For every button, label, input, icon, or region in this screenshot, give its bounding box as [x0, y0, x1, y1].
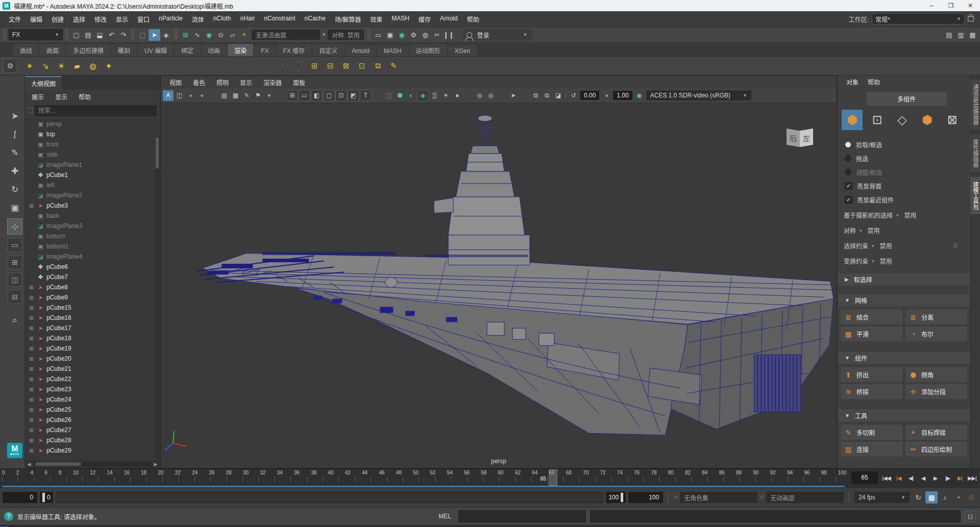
soft-select-section[interactable]: ▶ 软选择 — [838, 272, 970, 286]
constraint-row[interactable]: 选择约束 ▾ 禁用 0 — [844, 241, 965, 250]
chevron-down-icon[interactable]: ▾ — [896, 213, 899, 218]
menu-item[interactable]: nCache — [300, 15, 330, 23]
select-tool[interactable]: ➤ — [8, 108, 22, 123]
scroll-left-icon[interactable]: ◀ — [25, 462, 33, 467]
section-header[interactable]: ▼ 网格 — [838, 293, 970, 307]
ambient-light-icon[interactable]: ✦ — [102, 59, 115, 72]
dock-tab[interactable]: 通道盒/层编辑器 — [970, 80, 980, 130]
radio-icon[interactable] — [845, 155, 851, 162]
2d-pan-zoom-icon[interactable]: ▦ — [230, 90, 241, 101]
outliner-item[interactable]: ⊞ pCube23 — [25, 384, 160, 394]
outliner-item[interactable]: front — [25, 139, 160, 149]
checkbox-row[interactable]: ✓ 亮显最近组件 — [845, 195, 965, 204]
toolkit-menu-item[interactable]: 对象 — [842, 78, 863, 86]
vertex-mode-icon[interactable]: ⊡ — [867, 110, 888, 130]
outliner-item[interactable]: ⊞ pCube29 — [25, 445, 160, 456]
expand-icon[interactable]: ⊞ — [28, 346, 35, 352]
constraint-row[interactable]: 变换约束 ▾ 禁用 — [844, 257, 965, 265]
render-settings-icon[interactable]: ⚙ — [408, 29, 420, 41]
toolkit-button[interactable]: ≣结合 — [841, 310, 902, 324]
layout-single-pane[interactable]: ▭ — [8, 238, 22, 252]
render-view-icon[interactable]: ▭ — [373, 29, 384, 41]
toolkit-menu-item[interactable]: 帮助 — [863, 78, 885, 86]
toolkit-button[interactable]: ≣分离 — [905, 310, 967, 324]
texture-file-icon[interactable]: ⊞ — [308, 59, 321, 72]
grip-handle[interactable] — [131, 29, 135, 40]
magnifier-icon[interactable]: ⌕ — [8, 312, 22, 328]
edge-mode-icon[interactable]: ◇ — [892, 110, 913, 130]
outliner-item[interactable]: bottom1 — [25, 241, 160, 252]
resolution-gate-icon[interactable]: ◧ — [311, 90, 323, 102]
directional-light-icon[interactable]: ⇘ — [39, 59, 52, 72]
collapse-icon[interactable]: ▼ — [845, 413, 850, 418]
workspace-lock-icon[interactable] — [968, 16, 974, 21]
outliner-search-input[interactable] — [35, 105, 157, 116]
surface-shader-white-icon[interactable] — [260, 59, 274, 72]
outliner-item[interactable]: bottom — [25, 231, 160, 241]
layout-outliner-persp[interactable]: ⊟ — [8, 290, 22, 304]
snap-projected-center-icon[interactable]: ⊙ — [215, 29, 227, 41]
exposure-icon[interactable]: ↺ — [568, 90, 579, 101]
outliner-item[interactable]: ⊞ pCube25 — [25, 405, 160, 415]
ipr-render-icon[interactable]: ◉ — [396, 29, 408, 41]
point-light-icon[interactable]: ☀ — [55, 59, 68, 72]
paint-texture-icon[interactable]: ✎ — [387, 59, 400, 72]
grip-handle[interactable] — [174, 29, 178, 40]
hypershade-icon[interactable]: ◍ — [420, 29, 431, 41]
face-mode-icon[interactable]: ⬢ — [917, 110, 938, 130]
ramp-shader-icon[interactable] — [229, 59, 242, 72]
new-scene-icon[interactable]: ▢ — [70, 29, 82, 41]
textured-icon[interactable]: ◐ — [406, 90, 416, 101]
select-camera-icon[interactable]: A — [163, 90, 174, 101]
step-back-key-button[interactable]: |◀ — [893, 472, 904, 484]
shadows-icon[interactable]: ● — [452, 90, 462, 101]
redo-icon[interactable]: ↷ — [117, 29, 129, 41]
menu-item[interactable]: 效果 — [365, 15, 387, 23]
radio-icon[interactable] — [845, 169, 851, 175]
menu-item[interactable]: nParticle — [154, 15, 187, 23]
toolkit-button[interactable]: ◔布尔 — [905, 327, 967, 341]
outliner-item[interactable]: ⊞ pCube21 — [25, 364, 160, 374]
shelf-tab[interactable]: 雕刻 — [111, 44, 137, 56]
toolkit-button[interactable]: ✛添加分段 — [905, 384, 967, 399]
menu-item[interactable]: 文件 — [4, 15, 26, 23]
film-gate-icon[interactable]: ▭ — [299, 90, 310, 102]
outliner-item[interactable]: ⊞ pCube8 — [25, 282, 160, 292]
collapse-icon[interactable]: ▼ — [845, 297, 850, 303]
expand-icon[interactable]: ⊞ — [28, 295, 35, 300]
outliner-item[interactable]: ⊞ pCube20 — [25, 354, 160, 364]
expand-icon[interactable]: ⊞ — [28, 325, 35, 331]
viewport-menu-item[interactable]: 视图 — [164, 78, 187, 87]
menu-item[interactable]: nHair — [236, 15, 260, 23]
grip-handle[interactable] — [367, 29, 371, 40]
bookmark-icon[interactable]: ● — [197, 90, 207, 101]
multi-component-header[interactable]: 多组件 — [866, 92, 947, 106]
outliner-item[interactable]: top — [25, 129, 160, 139]
gate-mask-icon[interactable]: ▢ — [323, 90, 335, 102]
expand-icon[interactable]: ⊞ — [28, 356, 35, 362]
character-set-caret[interactable]: ▽ — [674, 495, 677, 500]
shelf-tab[interactable]: 曲线 — [13, 44, 39, 56]
texture-checker-icon[interactable]: ⊠ — [339, 59, 353, 72]
pick-mode-row[interactable]: 拾取/框选 — [845, 140, 965, 149]
pick-mode-row[interactable]: 拖选 — [845, 154, 965, 163]
collapse-icon[interactable]: ▶ — [845, 277, 849, 282]
active-surface-field[interactable]: 无激活曲面 — [252, 30, 320, 40]
shelf-tab[interactable]: FX 缓存 — [276, 44, 311, 56]
snapshot-icon[interactable]: ◪ — [553, 90, 564, 101]
select-object-icon[interactable]: ➤ — [149, 29, 160, 41]
viewport-canvas[interactable]: 后 左 persp — [161, 103, 837, 468]
animation-end-field[interactable]: 100 — [628, 492, 663, 503]
outliner-menu-item[interactable]: 帮助 — [74, 91, 95, 102]
character-set-dropdown[interactable]: 无角色集 — [680, 492, 757, 503]
lasso-tool[interactable]: ʃ — [8, 127, 22, 142]
audio-icon[interactable]: ♪ — [939, 491, 951, 504]
close-button[interactable]: ✕ — [961, 0, 980, 11]
outliner-item[interactable]: side — [25, 149, 160, 160]
checkbox-icon[interactable]: ✓ — [845, 196, 852, 204]
dock-tab[interactable]: 属性编辑器 — [970, 135, 980, 172]
expand-icon[interactable]: ⊞ — [28, 417, 35, 423]
toolkit-button[interactable]: ⬆挤出 — [841, 367, 902, 382]
outliner-item[interactable]: ⊞ pCube16 — [25, 313, 160, 323]
safe-title-icon[interactable]: T — [360, 90, 372, 102]
